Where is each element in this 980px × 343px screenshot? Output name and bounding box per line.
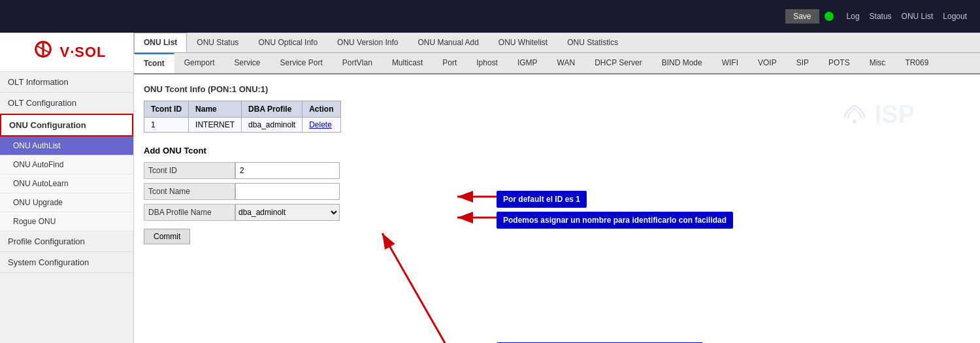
- tab-onu-status[interactable]: ONU Status: [187, 33, 248, 52]
- sidebar-item-onu-config[interactable]: ONU Configuration: [0, 114, 133, 137]
- sidebar: V·SOL OLT Information OLT Configuration …: [0, 33, 134, 343]
- sidebar-item-onu-authlist[interactable]: ONU AuthList: [0, 137, 133, 155]
- tab-onu-list[interactable]: ONU List: [134, 33, 187, 52]
- select-dba-profile[interactable]: dba_adminolt: [235, 204, 340, 221]
- add-form-title: Add ONU Tcont: [144, 146, 970, 155]
- onu-tcont-info-title: ONU Tcont Info (PON:1 ONU:1): [144, 84, 970, 94]
- arrow-1: [454, 187, 500, 206]
- col-name: Name: [189, 101, 242, 118]
- tab-dhcp-server[interactable]: DHCP Server: [585, 53, 651, 73]
- cell-name: INTERNET: [189, 118, 242, 133]
- tab-onu-manual[interactable]: ONU Manual Add: [408, 33, 488, 52]
- onu-list-link[interactable]: ONU List: [902, 12, 934, 21]
- table-row: 1 INTERNET dba_adminolt Delete: [144, 118, 341, 133]
- svg-line-9: [382, 233, 448, 343]
- tcont-table: Tcont ID Name DBA Profile Action 1 INTER…: [144, 101, 341, 133]
- top-links: Log Status ONU List Logout: [847, 12, 967, 21]
- sidebar-item-system-config[interactable]: System Configuration: [0, 252, 133, 273]
- isp-watermark: ISP: [838, 101, 915, 129]
- tab-portvlan[interactable]: PortVlan: [333, 53, 382, 73]
- tab-bar-1: ONU List ONU Status ONU Optical Info ONU…: [134, 33, 980, 53]
- sidebar-logo: V·SOL: [0, 33, 133, 72]
- col-tcont-id: Tcont ID: [144, 101, 189, 118]
- delete-link[interactable]: Delete: [309, 120, 332, 129]
- save-area: Save: [785, 9, 833, 24]
- tab-misc[interactable]: Misc: [860, 53, 896, 73]
- status-indicator: [825, 12, 834, 21]
- tab-wifi[interactable]: WIFI: [712, 53, 748, 73]
- arrow-2: [454, 208, 500, 227]
- tab-igmp[interactable]: IGMP: [508, 53, 547, 73]
- tab-onu-whitelist[interactable]: ONU Whitelist: [489, 33, 557, 52]
- sidebar-item-olt-config[interactable]: OLT Configuration: [0, 93, 133, 114]
- cell-tcont-id: 1: [144, 118, 189, 133]
- sidebar-item-olt-info[interactable]: OLT Information: [0, 72, 133, 93]
- isp-text: ISP: [875, 101, 915, 129]
- col-dba-profile: DBA Profile: [242, 101, 302, 118]
- tab-onu-version[interactable]: ONU Version Info: [327, 33, 408, 52]
- tab-tcont[interactable]: Tcont: [134, 53, 174, 73]
- tab-pots[interactable]: POTS: [819, 53, 860, 73]
- status-link[interactable]: Status: [870, 12, 892, 21]
- label-tcont-id: Tcont ID: [144, 162, 235, 179]
- tab-onu-statistics[interactable]: ONU Statistics: [557, 33, 628, 52]
- tab-voip[interactable]: VOIP: [748, 53, 787, 73]
- tab-gemport[interactable]: Gemport: [174, 53, 225, 73]
- cell-action: Delete: [302, 118, 340, 133]
- col-action: Action: [302, 101, 340, 118]
- tab-bind-mode[interactable]: BIND Mode: [652, 53, 712, 73]
- tab-tr069[interactable]: TR069: [895, 53, 938, 73]
- input-tcont-id[interactable]: [235, 162, 340, 179]
- tab-service-port[interactable]: Service Port: [270, 53, 332, 73]
- arrow-3: [376, 230, 506, 343]
- annotation-box-2: Podemos asignar un nombre para identific…: [497, 212, 733, 229]
- main-layout: V·SOL OLT Information OLT Configuration …: [0, 33, 980, 343]
- sidebar-item-onu-autofind[interactable]: ONU AutoFind: [0, 155, 133, 174]
- content-body: ISP ONU Tcont Info (PON:1 ONU:1) Tcont I…: [134, 74, 980, 343]
- tab-sip[interactable]: SIP: [787, 53, 819, 73]
- tab-port[interactable]: Port: [433, 53, 466, 73]
- tab-bar-2: Tcont Gemport Service Service Port PortV…: [134, 53, 980, 74]
- logout-link[interactable]: Logout: [943, 12, 967, 21]
- tab-onu-optical[interactable]: ONU Optical Info: [248, 33, 327, 52]
- svg-point-3: [853, 120, 857, 123]
- label-tcont-name: Tcont Name: [144, 183, 235, 200]
- sidebar-item-profile-config[interactable]: Profile Configuration: [0, 231, 133, 252]
- logo-text: V·SOL: [59, 44, 106, 61]
- content-area: ONU List ONU Status ONU Optical Info ONU…: [134, 33, 980, 343]
- tab-wan[interactable]: WAN: [547, 53, 585, 73]
- sidebar-item-onu-autolearn[interactable]: ONU AutoLearn: [0, 174, 133, 193]
- sidebar-item-onu-upgrade[interactable]: ONU Upgrade: [0, 193, 133, 212]
- label-dba-profile: DBA Profile Name: [144, 204, 235, 221]
- input-tcont-name[interactable]: [235, 183, 340, 200]
- form-row-tcont-id: Tcont ID: [144, 162, 970, 179]
- tab-service[interactable]: Service: [224, 53, 270, 73]
- save-button[interactable]: Save: [785, 9, 819, 24]
- tab-multicast[interactable]: Multicast: [382, 53, 433, 73]
- log-link[interactable]: Log: [847, 12, 860, 21]
- annotation-box-1: Por default el ID es 1: [497, 191, 587, 208]
- cell-dba-profile: dba_adminolt: [242, 118, 302, 133]
- sidebar-item-rogue-onu[interactable]: Rogue ONU: [0, 212, 133, 231]
- top-bar: Save Log Status ONU List Logout: [0, 0, 980, 33]
- tab-iphost[interactable]: Iphost: [466, 53, 508, 73]
- commit-button[interactable]: Commit: [144, 229, 190, 244]
